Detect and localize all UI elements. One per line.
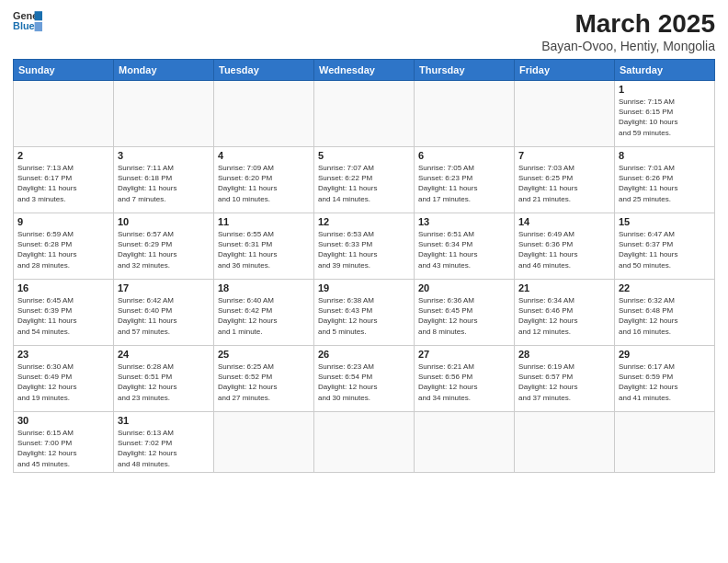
day-info: Sunrise: 6:17 AM Sunset: 6:59 PM Dayligh… [619, 362, 711, 403]
calendar-day-cell: 27Sunrise: 6:21 AM Sunset: 6:56 PM Dayli… [415, 346, 515, 412]
day-number: 26 [318, 349, 410, 360]
calendar-header-row: SundayMondayTuesdayWednesdayThursdayFrid… [14, 60, 715, 81]
calendar-day-cell: 8Sunrise: 7:01 AM Sunset: 6:26 PM Daylig… [615, 147, 715, 213]
calendar-day-cell: 29Sunrise: 6:17 AM Sunset: 6:59 PM Dayli… [615, 346, 715, 412]
weekday-header-sunday: Sunday [14, 60, 114, 81]
day-number: 22 [619, 282, 711, 293]
day-info: Sunrise: 6:53 AM Sunset: 6:33 PM Dayligh… [318, 229, 410, 270]
calendar-day-cell: 7Sunrise: 7:03 AM Sunset: 6:25 PM Daylig… [515, 147, 615, 213]
day-info: Sunrise: 6:59 AM Sunset: 6:28 PM Dayligh… [17, 229, 109, 270]
calendar-day-cell: 28Sunrise: 6:19 AM Sunset: 6:57 PM Dayli… [515, 346, 615, 412]
calendar-day-cell [515, 81, 615, 147]
calendar-title: March 2025 [541, 9, 715, 39]
calendar-week-row: 2Sunrise: 7:13 AM Sunset: 6:17 PM Daylig… [14, 147, 715, 213]
day-info: Sunrise: 6:36 AM Sunset: 6:45 PM Dayligh… [418, 295, 510, 337]
calendar-day-cell: 18Sunrise: 6:40 AM Sunset: 6:42 PM Dayli… [214, 280, 314, 346]
day-info: Sunrise: 7:13 AM Sunset: 6:17 PM Dayligh… [17, 163, 109, 204]
calendar-day-cell: 17Sunrise: 6:42 AM Sunset: 6:40 PM Dayli… [114, 280, 214, 346]
calendar-day-cell: 1Sunrise: 7:15 AM Sunset: 6:15 PM Daylig… [615, 81, 715, 147]
day-number: 20 [418, 282, 510, 293]
weekday-header-tuesday: Tuesday [214, 60, 314, 81]
day-info: Sunrise: 7:11 AM Sunset: 6:18 PM Dayligh… [118, 163, 210, 204]
header: General Blue March 2025 Bayan-Ovoo, Hent… [13, 9, 715, 53]
day-number: 16 [17, 282, 109, 293]
calendar-day-cell: 25Sunrise: 6:25 AM Sunset: 6:52 PM Dayli… [214, 346, 314, 412]
day-number: 7 [518, 150, 610, 161]
day-number: 27 [418, 349, 510, 360]
calendar-week-row: 23Sunrise: 6:30 AM Sunset: 6:49 PM Dayli… [14, 346, 715, 412]
day-number: 28 [518, 349, 610, 360]
day-info: Sunrise: 6:28 AM Sunset: 6:51 PM Dayligh… [118, 362, 210, 403]
calendar-week-row: 16Sunrise: 6:45 AM Sunset: 6:39 PM Dayli… [14, 280, 715, 346]
calendar-day-cell: 30Sunrise: 6:15 AM Sunset: 7:00 PM Dayli… [14, 412, 114, 473]
calendar-day-cell: 10Sunrise: 6:57 AM Sunset: 6:29 PM Dayli… [114, 213, 214, 280]
day-info: Sunrise: 7:01 AM Sunset: 6:26 PM Dayligh… [619, 163, 711, 204]
day-info: Sunrise: 7:07 AM Sunset: 6:22 PM Dayligh… [318, 163, 410, 204]
day-info: Sunrise: 6:57 AM Sunset: 6:29 PM Dayligh… [118, 229, 210, 270]
day-info: Sunrise: 6:25 AM Sunset: 6:52 PM Dayligh… [218, 362, 310, 403]
day-info: Sunrise: 6:38 AM Sunset: 6:43 PM Dayligh… [318, 295, 410, 337]
calendar-day-cell: 19Sunrise: 6:38 AM Sunset: 6:43 PM Dayli… [314, 280, 415, 346]
calendar-subtitle: Bayan-Ovoo, Hentiy, Mongolia [541, 39, 715, 53]
calendar-day-cell: 23Sunrise: 6:30 AM Sunset: 6:49 PM Dayli… [14, 346, 114, 412]
day-number: 3 [118, 150, 210, 161]
day-number: 1 [619, 84, 711, 95]
day-number: 12 [318, 216, 410, 227]
calendar-day-cell: 21Sunrise: 6:34 AM Sunset: 6:46 PM Dayli… [515, 280, 615, 346]
svg-marker-2 [35, 11, 42, 20]
calendar-day-cell [415, 412, 515, 473]
day-number: 13 [418, 216, 510, 227]
calendar-day-cell [515, 412, 615, 473]
calendar-day-cell [314, 412, 415, 473]
day-info: Sunrise: 6:15 AM Sunset: 7:00 PM Dayligh… [17, 428, 109, 469]
day-number: 6 [418, 150, 510, 161]
day-number: 9 [17, 216, 109, 227]
weekday-header-wednesday: Wednesday [314, 60, 415, 81]
day-number: 8 [619, 150, 711, 161]
weekday-header-monday: Monday [114, 60, 214, 81]
day-info: Sunrise: 6:21 AM Sunset: 6:56 PM Dayligh… [418, 362, 510, 403]
day-info: Sunrise: 6:55 AM Sunset: 6:31 PM Dayligh… [218, 229, 310, 270]
calendar-day-cell [615, 412, 715, 473]
calendar-day-cell [415, 81, 515, 147]
calendar-day-cell: 4Sunrise: 7:09 AM Sunset: 6:20 PM Daylig… [214, 147, 314, 213]
day-info: Sunrise: 7:05 AM Sunset: 6:23 PM Dayligh… [418, 163, 510, 204]
svg-marker-3 [35, 22, 42, 31]
day-number: 24 [118, 349, 210, 360]
day-number: 14 [518, 216, 610, 227]
day-number: 21 [518, 282, 610, 293]
calendar-day-cell: 12Sunrise: 6:53 AM Sunset: 6:33 PM Dayli… [314, 213, 415, 280]
calendar-day-cell: 13Sunrise: 6:51 AM Sunset: 6:34 PM Dayli… [415, 213, 515, 280]
calendar-day-cell: 31Sunrise: 6:13 AM Sunset: 7:02 PM Dayli… [114, 412, 214, 473]
calendar-day-cell: 2Sunrise: 7:13 AM Sunset: 6:17 PM Daylig… [14, 147, 114, 213]
calendar-day-cell: 16Sunrise: 6:45 AM Sunset: 6:39 PM Dayli… [14, 280, 114, 346]
day-info: Sunrise: 6:34 AM Sunset: 6:46 PM Dayligh… [518, 295, 610, 337]
title-block: March 2025 Bayan-Ovoo, Hentiy, Mongolia [541, 9, 715, 53]
day-number: 2 [17, 150, 109, 161]
calendar-day-cell: 6Sunrise: 7:05 AM Sunset: 6:23 PM Daylig… [415, 147, 515, 213]
day-number: 4 [218, 150, 310, 161]
calendar-day-cell: 26Sunrise: 6:23 AM Sunset: 6:54 PM Dayli… [314, 346, 415, 412]
calendar-day-cell: 14Sunrise: 6:49 AM Sunset: 6:36 PM Dayli… [515, 213, 615, 280]
svg-text:Blue: Blue [13, 20, 35, 31]
calendar-day-cell: 24Sunrise: 6:28 AM Sunset: 6:51 PM Dayli… [114, 346, 214, 412]
day-number: 11 [218, 216, 310, 227]
day-number: 19 [318, 282, 410, 293]
day-number: 23 [17, 349, 109, 360]
calendar-day-cell [214, 81, 314, 147]
day-number: 25 [218, 349, 310, 360]
weekday-header-friday: Friday [515, 60, 615, 81]
day-info: Sunrise: 6:49 AM Sunset: 6:36 PM Dayligh… [518, 229, 610, 270]
calendar-day-cell: 11Sunrise: 6:55 AM Sunset: 6:31 PM Dayli… [214, 213, 314, 280]
calendar-week-row: 1Sunrise: 7:15 AM Sunset: 6:15 PM Daylig… [14, 81, 715, 147]
day-info: Sunrise: 6:40 AM Sunset: 6:42 PM Dayligh… [218, 295, 310, 337]
day-info: Sunrise: 6:42 AM Sunset: 6:40 PM Dayligh… [118, 295, 210, 337]
calendar-day-cell: 20Sunrise: 6:36 AM Sunset: 6:45 PM Dayli… [415, 280, 515, 346]
logo: General Blue [13, 9, 42, 35]
generalblue-logo-icon: General Blue [13, 9, 42, 35]
day-info: Sunrise: 6:51 AM Sunset: 6:34 PM Dayligh… [418, 229, 510, 270]
calendar-day-cell: 22Sunrise: 6:32 AM Sunset: 6:48 PM Dayli… [615, 280, 715, 346]
calendar-table: SundayMondayTuesdayWednesdayThursdayFrid… [13, 59, 715, 473]
day-number: 18 [218, 282, 310, 293]
day-info: Sunrise: 6:13 AM Sunset: 7:02 PM Dayligh… [118, 428, 210, 469]
